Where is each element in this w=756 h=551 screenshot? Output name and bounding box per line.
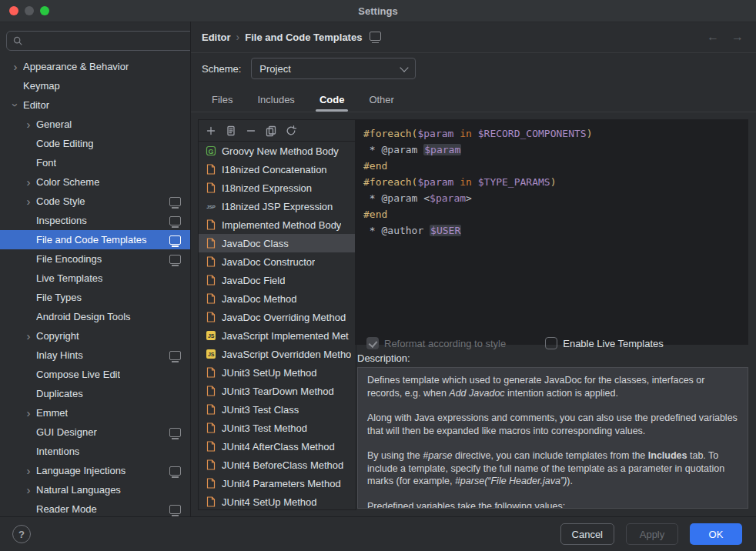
add-template-button[interactable] bbox=[203, 123, 219, 139]
description-text: Predefined variables take the following … bbox=[367, 501, 565, 509]
template-item-label: JUnit3 SetUp Method bbox=[222, 367, 317, 379]
apply-button[interactable]: Apply bbox=[626, 523, 678, 545]
template-item-i18nized-concatenation[interactable]: I18nized Concatenation bbox=[199, 160, 356, 179]
chevron-right-icon[interactable]: › bbox=[22, 484, 35, 496]
tree-item-gui-designer[interactable]: GUI Designer bbox=[0, 422, 190, 442]
tree-item-reader-mode[interactable]: Reader Mode bbox=[0, 499, 190, 517]
tree-item-file-encodings[interactable]: File Encodings bbox=[0, 249, 190, 269]
template-item-label: JavaDoc Method bbox=[222, 293, 297, 305]
template-item-label: JUnit4 SetUp Method bbox=[222, 496, 317, 508]
create-child-template-button[interactable] bbox=[223, 123, 239, 139]
template-item-javascript-implemented-met[interactable]: JSJavaScript Implemented Met bbox=[199, 326, 356, 345]
tree-item-copyright[interactable]: ›Copyright bbox=[0, 326, 190, 346]
ok-button[interactable]: OK bbox=[690, 523, 742, 545]
chevron-right-icon[interactable]: › bbox=[22, 465, 35, 476]
tab-other[interactable]: Other bbox=[359, 88, 404, 112]
template-item-implemented-method-body[interactable]: Implemented Method Body bbox=[199, 215, 356, 234]
template-item-javascript-overridden-metho[interactable]: JSJavaScript Overridden Metho bbox=[199, 345, 356, 363]
code-token: $param bbox=[417, 176, 453, 188]
tree-item-appearance-behavior[interactable]: ›Appearance & Behavior bbox=[0, 57, 190, 76]
tree-item-inlay-hints[interactable]: Inlay Hints bbox=[0, 346, 190, 365]
template-item-junit3-test-class[interactable]: JUnit3 Test Class bbox=[199, 400, 356, 419]
help-button[interactable]: ? bbox=[12, 525, 31, 543]
chevron-right-icon[interactable]: › bbox=[22, 176, 35, 188]
tree-item-color-scheme[interactable]: ›Color Scheme bbox=[0, 172, 190, 192]
chevron-right-icon[interactable]: › bbox=[22, 407, 35, 419]
svg-text:G: G bbox=[208, 148, 213, 155]
svg-text:JS: JS bbox=[208, 352, 215, 357]
template-code-editor[interactable]: #foreach($param in $RECORD_COMPONENTS) *… bbox=[355, 119, 748, 345]
chevron-down-icon[interactable]: › bbox=[10, 99, 22, 112]
template-item-javadoc-field[interactable]: JavaDoc Field bbox=[199, 271, 356, 289]
live-templates-checkbox[interactable] bbox=[545, 337, 557, 349]
tree-item-general[interactable]: ›General bbox=[0, 115, 190, 134]
template-item-junit3-teardown-method[interactable]: JUnit3 TearDown Method bbox=[199, 382, 356, 400]
scheme-dropdown[interactable]: Project bbox=[251, 58, 416, 79]
tab-files[interactable]: Files bbox=[202, 88, 243, 112]
tree-item-file-types[interactable]: File Types bbox=[0, 288, 190, 307]
close-window-button[interactable] bbox=[9, 6, 18, 15]
chevron-right-icon[interactable]: › bbox=[22, 195, 35, 207]
back-arrow-icon[interactable]: ← bbox=[707, 30, 719, 44]
template-item-junit4-beforeclass-method[interactable]: JUnit4 BeforeClass Method bbox=[199, 456, 356, 474]
template-item-label: JUnit3 Test Method bbox=[222, 422, 307, 434]
chevron-right-icon[interactable]: › bbox=[22, 119, 35, 130]
tab-code[interactable]: Code bbox=[309, 88, 355, 112]
tree-item-live-templates[interactable]: Live Templates bbox=[0, 269, 190, 288]
zoom-window-button[interactable] bbox=[40, 6, 49, 15]
tree-item-label: Code Style bbox=[36, 195, 85, 207]
template-item-junit3-test-method[interactable]: JUnit3 Test Method bbox=[199, 419, 356, 437]
copy-template-button[interactable] bbox=[263, 123, 279, 139]
template-item-javadoc-method[interactable]: JavaDoc Method bbox=[199, 289, 356, 308]
tree-item-code-style[interactable]: ›Code Style bbox=[0, 192, 190, 211]
tree-item-android-design-tools[interactable]: Android Design Tools bbox=[0, 307, 190, 326]
tree-item-compose-live-edit[interactable]: Compose Live Edit bbox=[0, 365, 190, 384]
tree-item-natural-languages[interactable]: ›Natural Languages bbox=[0, 480, 190, 499]
js-file-icon: JS bbox=[205, 329, 217, 342]
template-item-javadoc-overriding-method[interactable]: JavaDoc Overriding Method bbox=[199, 308, 356, 326]
template-item-junit4-setup-method[interactable]: JUnit4 SetUp Method bbox=[199, 493, 356, 509]
tree-item-label: File and Code Templates bbox=[36, 234, 147, 245]
template-item-javadoc-constructor[interactable]: JavaDoc Constructor bbox=[199, 252, 356, 271]
tree-item-intentions[interactable]: Intentions bbox=[0, 442, 190, 461]
tree-item-font[interactable]: Font bbox=[0, 153, 190, 172]
template-item-label: JavaDoc Overriding Method bbox=[222, 312, 346, 323]
description-text: Along with Java expressions and comments… bbox=[367, 412, 738, 436]
template-item-groovy-new-method-body[interactable]: GGroovy New Method Body bbox=[199, 142, 356, 160]
minimize-window-button[interactable] bbox=[25, 6, 34, 15]
tree-item-emmet[interactable]: ›Emmet bbox=[0, 403, 190, 422]
reset-template-button[interactable] bbox=[283, 123, 299, 139]
settings-search-field[interactable] bbox=[6, 31, 191, 51]
chevron-right-icon[interactable]: › bbox=[9, 61, 22, 72]
template-item-i18nized-expression[interactable]: I18nized Expression bbox=[199, 179, 356, 197]
tree-item-duplicates[interactable]: Duplicates bbox=[0, 384, 190, 403]
code-token: #foreach( bbox=[363, 128, 417, 139]
template-item-junit4-afterclass-method[interactable]: JUnit4 AfterClass Method bbox=[199, 437, 356, 456]
tab-includes[interactable]: Includes bbox=[247, 88, 304, 112]
breadcrumb-section[interactable]: Editor bbox=[202, 32, 231, 43]
tree-item-editor[interactable]: ›Editor bbox=[0, 95, 190, 115]
tree-item-label: Font bbox=[36, 157, 56, 169]
screen-icon bbox=[169, 505, 181, 514]
tree-item-label: Live Templates bbox=[36, 272, 102, 284]
tree-item-code-editing[interactable]: Code Editing bbox=[0, 134, 190, 153]
cancel-button[interactable]: Cancel bbox=[560, 523, 614, 545]
screen-icon bbox=[169, 351, 181, 360]
template-item-javadoc-class[interactable]: JavaDoc Class bbox=[199, 234, 356, 252]
template-item-label: JUnit3 TearDown Method bbox=[222, 386, 334, 397]
tree-item-keymap[interactable]: Keymap bbox=[0, 76, 190, 95]
search-icon bbox=[12, 35, 23, 46]
chevron-right-icon[interactable]: › bbox=[22, 330, 35, 342]
tree-item-file-and-code-templates[interactable]: File and Code Templates bbox=[0, 230, 190, 249]
template-item-junit4-parameters-method[interactable]: JUnit4 Parameters Method bbox=[199, 474, 356, 493]
tree-item-language-injections[interactable]: ›Language Injections bbox=[0, 461, 190, 480]
template-item-i18nized-jsp-expression[interactable]: JSPI18nized JSP Expression bbox=[199, 197, 356, 215]
live-templates-option[interactable]: Enable Live Templates bbox=[545, 337, 664, 349]
tree-item-inspections[interactable]: Inspections bbox=[0, 211, 190, 230]
svg-text:JSP: JSP bbox=[206, 205, 215, 209]
template-item-junit3-setup-method[interactable]: JUnit3 SetUp Method bbox=[199, 363, 356, 382]
remove-template-button[interactable] bbox=[243, 123, 259, 139]
settings-sidebar: ›Appearance & BehaviorKeymap›Editor›Gene… bbox=[0, 22, 191, 517]
forward-arrow-icon[interactable]: → bbox=[731, 30, 744, 44]
code-line: #end bbox=[363, 158, 740, 174]
